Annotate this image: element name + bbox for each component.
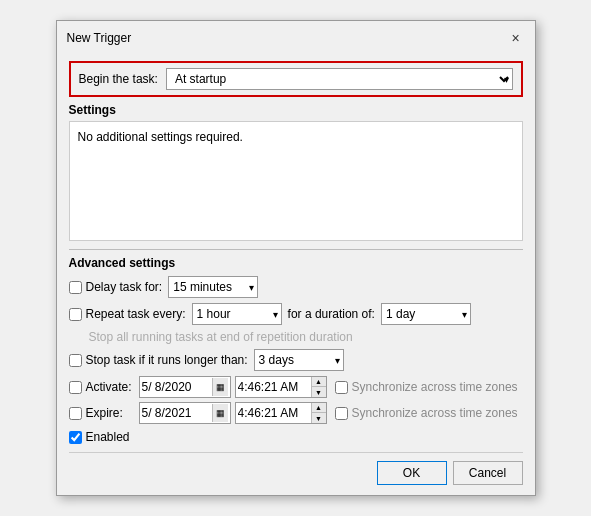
expire-label: Expire: [69, 406, 139, 420]
begin-task-row: Begin the task: At startup On a schedule… [69, 61, 523, 97]
expire-time-input: ▲ ▼ [235, 402, 327, 424]
activate-time-up[interactable]: ▲ [312, 377, 326, 387]
delay-task-label: Delay task for: [69, 280, 163, 294]
expire-time-spinners: ▲ ▼ [311, 403, 326, 423]
stop-task-checkbox[interactable] [69, 354, 82, 367]
activate-date-field[interactable] [142, 380, 212, 394]
settings-section: No additional settings required. [69, 121, 523, 241]
begin-task-select[interactable]: At startup On a schedule At log on On id… [166, 68, 513, 90]
activate-time-spinners: ▲ ▼ [311, 377, 326, 397]
ok-button[interactable]: OK [377, 461, 447, 485]
activate-row: Activate: ▦ ▲ ▼ Synchronize across time … [69, 376, 523, 398]
stop-running-text: Stop all running tasks at end of repetit… [89, 330, 523, 344]
title-bar: New Trigger × [57, 21, 535, 53]
dialog-body: Begin the task: At startup On a schedule… [57, 53, 535, 495]
enabled-row: Enabled [69, 430, 523, 444]
repeat-task-label: Repeat task every: [69, 307, 186, 321]
settings-label: Settings [69, 103, 523, 117]
new-trigger-dialog: New Trigger × Begin the task: At startup… [56, 20, 536, 496]
stop-task-label: Stop task if it runs longer than: [69, 353, 248, 367]
expire-sync-label: Synchronize across time zones [335, 406, 518, 420]
repeat-task-select[interactable]: 1 hour 30 minutes 2 hours [192, 303, 282, 325]
stop-task-row: Stop task if it runs longer than: 3 days… [69, 349, 523, 371]
expire-checkbox[interactable] [69, 407, 82, 420]
button-row: OK Cancel [69, 452, 523, 485]
activate-sync-label: Synchronize across time zones [335, 380, 518, 394]
stop-task-select[interactable]: 3 days 1 hour 2 hours 1 day [254, 349, 344, 371]
duration-label: for a duration of: [288, 307, 375, 321]
stop-task-select-wrapper: 3 days 1 hour 2 hours 1 day [254, 349, 344, 371]
expire-date-input: ▦ [139, 402, 231, 424]
duration-select-wrapper: 1 day 30 minutes 1 hour Indefinitely [381, 303, 471, 325]
begin-task-label: Begin the task: [79, 72, 158, 86]
close-button[interactable]: × [507, 29, 525, 47]
delay-task-row: Delay task for: 15 minutes 30 minutes 1 … [69, 276, 523, 298]
duration-select[interactable]: 1 day 30 minutes 1 hour Indefinitely [381, 303, 471, 325]
delay-task-checkbox[interactable] [69, 281, 82, 294]
dialog-title: New Trigger [67, 31, 132, 45]
advanced-settings-label: Advanced settings [69, 256, 523, 270]
activate-sync-checkbox[interactable] [335, 381, 348, 394]
cancel-button[interactable]: Cancel [453, 461, 523, 485]
repeat-task-select-wrapper: 1 hour 30 minutes 2 hours [192, 303, 282, 325]
activate-time-input: ▲ ▼ [235, 376, 327, 398]
activate-label: Activate: [69, 380, 139, 394]
divider [69, 249, 523, 250]
expire-row: Expire: ▦ ▲ ▼ Synchronize across time zo… [69, 402, 523, 424]
no-settings-text: No additional settings required. [78, 130, 243, 144]
expire-time-up[interactable]: ▲ [312, 403, 326, 413]
expire-time-down[interactable]: ▼ [312, 413, 326, 423]
expire-date-field[interactable] [142, 406, 212, 420]
expire-time-field[interactable] [236, 406, 311, 420]
activate-time-field[interactable] [236, 380, 311, 394]
activate-time-down[interactable]: ▼ [312, 387, 326, 397]
expire-sync-checkbox[interactable] [335, 407, 348, 420]
activate-calendar-button[interactable]: ▦ [212, 378, 228, 396]
expire-calendar-button[interactable]: ▦ [212, 404, 228, 422]
enabled-label: Enabled [86, 430, 130, 444]
delay-task-select-wrapper: 15 minutes 30 minutes 1 hour 2 hours [168, 276, 258, 298]
activate-date-input: ▦ [139, 376, 231, 398]
repeat-task-row: Repeat task every: 1 hour 30 minutes 2 h… [69, 303, 523, 325]
begin-task-select-wrapper: At startup On a schedule At log on On id… [166, 68, 513, 90]
activate-checkbox[interactable] [69, 381, 82, 394]
delay-task-select[interactable]: 15 minutes 30 minutes 1 hour 2 hours [168, 276, 258, 298]
repeat-task-checkbox[interactable] [69, 308, 82, 321]
enabled-checkbox[interactable] [69, 431, 82, 444]
